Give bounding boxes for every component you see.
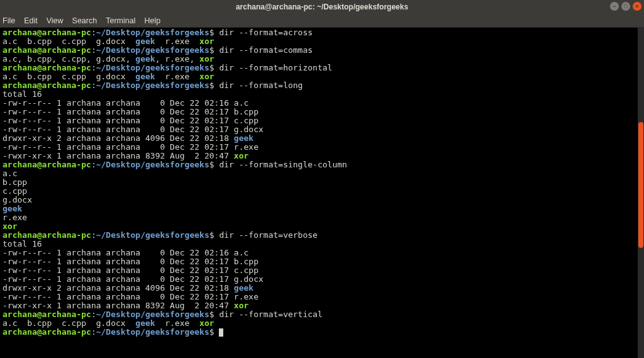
menu-terminal[interactable]: Terminal: [106, 16, 135, 25]
window-controls: − □ ×: [610, 2, 641, 11]
menu-file[interactable]: File: [3, 16, 15, 25]
minimize-button[interactable]: −: [610, 2, 619, 11]
menu-help[interactable]: Help: [144, 16, 160, 25]
titlebar: archana@archana-pc: ~/Desktop/geeksforge…: [0, 0, 644, 14]
maximize-button[interactable]: □: [621, 2, 630, 11]
menu-view[interactable]: View: [47, 16, 64, 25]
close-button[interactable]: ×: [633, 2, 641, 11]
scrollbar-thumb[interactable]: [638, 122, 643, 248]
cursor: [219, 328, 223, 337]
terminal-output[interactable]: archana@archana-pc:~/Desktop/geeksforgee…: [0, 28, 644, 358]
scrollbar[interactable]: [638, 28, 644, 358]
menu-search[interactable]: Search: [72, 16, 97, 25]
menu-edit[interactable]: Edit: [24, 16, 38, 25]
menubar: File Edit View Search Terminal Help: [0, 14, 644, 28]
window-title: archana@archana-pc: ~/Desktop/geeksforge…: [236, 3, 408, 11]
